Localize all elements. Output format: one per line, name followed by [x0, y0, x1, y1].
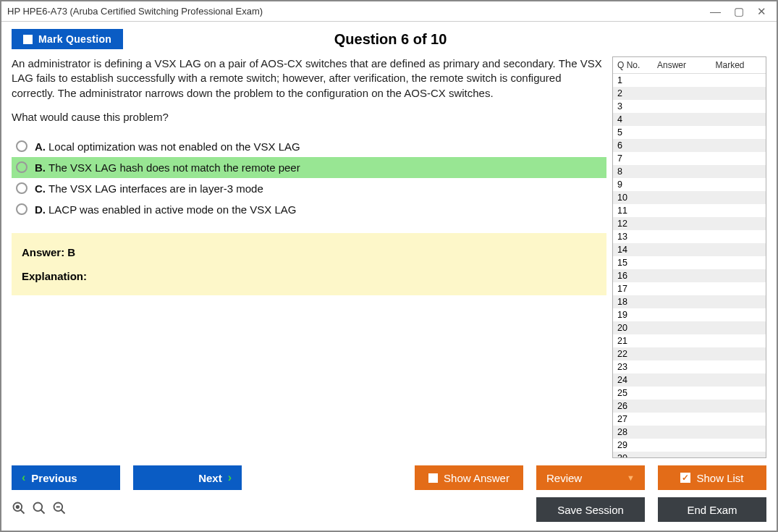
question-list-row[interactable]: 16 [613, 269, 766, 282]
question-list-row[interactable]: 2 [613, 87, 766, 100]
show-list-label: Show List [696, 472, 743, 484]
qno-cell: 2 [617, 88, 646, 98]
show-answer-label: Show Answer [444, 472, 509, 484]
qno-cell: 19 [617, 310, 646, 320]
question-list-row[interactable]: 24 [613, 373, 766, 387]
window-title: HP HPE6-A73 (Aruba Certified Switching P… [7, 6, 710, 17]
question-list-row[interactable]: 26 [613, 400, 766, 413]
answer-box: Answer: B Explanation: [12, 233, 606, 295]
qno-cell: 11 [617, 206, 646, 216]
chevron-left-icon: ‹ [22, 471, 25, 484]
question-list-row[interactable]: 27 [613, 413, 766, 426]
mark-question-button[interactable]: Mark Question [12, 29, 123, 49]
question-header: Mark Question Question 6 of 10 [1, 22, 777, 56]
question-list-row[interactable]: 3 [613, 100, 766, 113]
qno-cell: 8 [617, 166, 646, 177]
question-list-row[interactable]: 12 [613, 217, 766, 230]
question-prompt: What would cause this problem? [12, 111, 606, 123]
qno-cell: 7 [617, 153, 646, 164]
qno-cell: 10 [617, 193, 646, 203]
question-list-row[interactable]: 19 [613, 308, 766, 321]
radio-icon [16, 182, 28, 194]
question-list-row[interactable]: 1 [613, 74, 766, 87]
qno-cell: 9 [617, 180, 646, 190]
close-icon[interactable]: ✕ [757, 6, 766, 17]
option-c[interactable]: C.The VSX LAG interfaces are in layer-3 … [12, 178, 606, 199]
previous-label: Previous [31, 472, 77, 484]
option-a[interactable]: A.Local optimization was not enabled on … [12, 136, 606, 157]
question-list-row[interactable]: 8 [613, 165, 766, 178]
question-list-row[interactable]: 25 [613, 387, 766, 400]
save-session-button[interactable]: Save Session [536, 497, 645, 522]
zoom-controls [12, 501, 67, 519]
checkbox-icon [428, 473, 438, 483]
qno-cell: 29 [617, 440, 646, 450]
show-list-button[interactable]: ✓ Show List [658, 465, 766, 490]
question-list-row[interactable]: 20 [613, 321, 766, 334]
svg-line-6 [62, 510, 65, 513]
explanation-label: Explanation: [22, 270, 596, 282]
review-label: Review [546, 472, 582, 484]
checkbox-icon [23, 35, 33, 44]
svg-line-4 [41, 510, 45, 513]
zoom-reset-icon[interactable] [12, 501, 26, 519]
question-list-row[interactable]: 22 [613, 347, 766, 360]
qno-cell: 17 [617, 284, 646, 294]
window-titlebar: HP HPE6-A73 (Aruba Certified Switching P… [1, 1, 777, 22]
zoom-out-icon[interactable] [52, 501, 67, 519]
qno-cell: 12 [617, 219, 646, 229]
main-area: An administrator is defining a VSX LAG o… [1, 56, 777, 458]
options-list: A.Local optimization was not enabled on … [12, 136, 606, 220]
zoom-in-icon[interactable] [32, 501, 46, 519]
question-list-row[interactable]: 6 [613, 139, 766, 152]
option-b[interactable]: B.The VSX LAG hash does not match the re… [12, 157, 606, 178]
question-list-row[interactable]: 5 [613, 126, 766, 139]
end-exam-button[interactable]: End Exam [658, 497, 766, 522]
answer-line: Answer: B [22, 246, 596, 258]
button-bar: ‹ Previous Next › Show Answer Review ▼ ✓… [1, 458, 777, 496]
show-answer-button[interactable]: Show Answer [415, 465, 523, 490]
question-list-row[interactable]: 21 [613, 334, 766, 347]
question-list-row[interactable]: 15 [613, 256, 766, 269]
question-list-body[interactable]: 1234567891011121314151617181920212223242… [613, 74, 766, 457]
question-list-row[interactable]: 4 [613, 113, 766, 126]
end-exam-label: End Exam [687, 504, 737, 516]
window-controls: — ▢ ✕ [710, 6, 771, 17]
next-button[interactable]: Next › [133, 465, 242, 490]
option-d[interactable]: D.LACP was enabled in active mode on the… [12, 199, 606, 220]
radio-icon [16, 161, 28, 173]
question-list-row[interactable]: 30 [613, 452, 766, 457]
chevron-down-icon: ▼ [627, 473, 635, 482]
question-list-row[interactable]: 13 [613, 230, 766, 243]
qno-cell: 22 [617, 349, 646, 359]
previous-button[interactable]: ‹ Previous [12, 465, 120, 490]
qno-cell: 25 [617, 388, 646, 398]
minimize-icon[interactable]: — [710, 6, 721, 17]
qno-cell: 3 [617, 101, 646, 111]
question-text: An administrator is defining a VSX LAG o… [12, 56, 606, 101]
question-list-row[interactable]: 28 [613, 426, 766, 439]
qno-cell: 1 [617, 75, 646, 85]
qno-cell: 23 [617, 362, 646, 372]
qno-cell: 26 [617, 401, 646, 411]
question-list-row[interactable]: 29 [613, 439, 766, 452]
svg-point-2 [17, 505, 19, 507]
review-button[interactable]: Review ▼ [536, 465, 645, 490]
qno-cell: 20 [617, 323, 646, 333]
question-list-row[interactable]: 14 [613, 243, 766, 256]
next-label: Next [198, 472, 222, 484]
question-list-row[interactable]: 18 [613, 295, 766, 308]
question-list-row[interactable]: 7 [613, 152, 766, 165]
question-list-row[interactable]: 9 [613, 178, 766, 191]
maximize-icon[interactable]: ▢ [734, 6, 744, 17]
question-list-row[interactable]: 17 [613, 282, 766, 295]
bottom-bar: Save Session End Exam [1, 496, 777, 531]
question-list-header: Q No. Answer Marked [613, 57, 766, 74]
question-list-row[interactable]: 11 [613, 204, 766, 217]
mark-question-label: Mark Question [38, 33, 111, 45]
svg-point-3 [34, 502, 43, 511]
question-list-row[interactable]: 10 [613, 191, 766, 204]
chevron-right-icon: › [228, 471, 232, 484]
qno-cell: 4 [617, 114, 646, 124]
question-list-row[interactable]: 23 [613, 360, 766, 373]
